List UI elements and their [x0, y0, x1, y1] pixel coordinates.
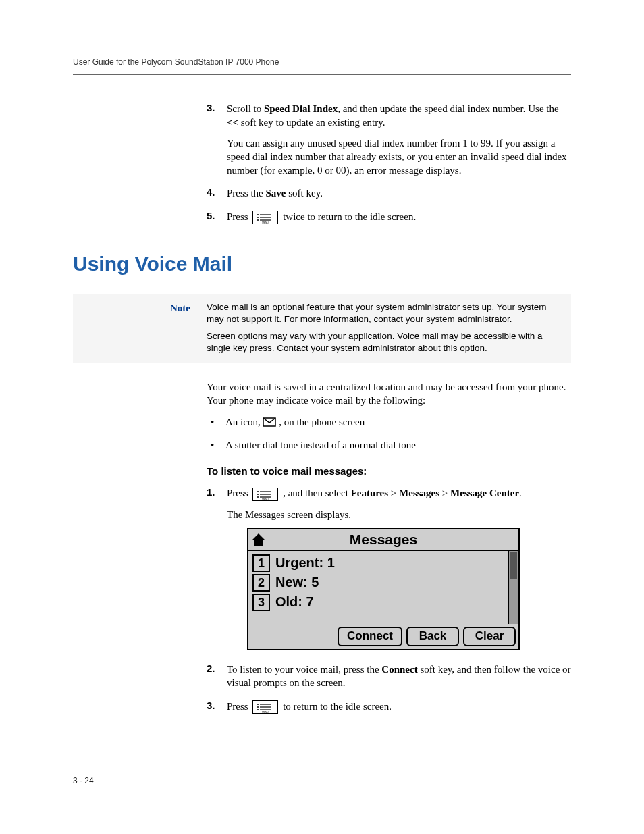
section-heading: Using Voice Mail	[73, 253, 571, 276]
text: soft key to update an existing entry.	[238, 117, 385, 128]
svg-point-3	[257, 214, 259, 215]
text: twice to return to the idle screen.	[283, 211, 416, 222]
step-1: 1. Press MENU ,	[207, 486, 571, 650]
step-3: 3. Scroll to Speed Dial Index, and then …	[207, 102, 571, 177]
svg-point-4	[257, 217, 259, 218]
scrollbar	[508, 551, 518, 624]
text: Press	[227, 488, 250, 498]
phone-list: 1 Urgent: 1 2 New: 5 3 Old: 7	[248, 551, 508, 624]
note-body: Voice mail is an optional feature that y…	[207, 301, 562, 355]
step-body: To listen to your voice mail, press the …	[227, 662, 571, 690]
svg-point-11	[257, 491, 259, 492]
menu-key-icon: MENU	[252, 211, 278, 224]
svg-marker-15	[252, 533, 265, 546]
phone-screenshot: Messages 1 Urgent: 1 2 New: 5	[247, 528, 520, 650]
svg-point-12	[257, 494, 259, 495]
menu-path: Messages	[399, 488, 439, 498]
softkey-clear: Clear	[463, 627, 516, 646]
step-body: Press MENU to return to the idle screen.	[227, 700, 571, 714]
row-index: 3	[252, 594, 270, 611]
text: , and then update the speed dial index n…	[338, 103, 558, 114]
page-number: 3 - 24	[73, 776, 94, 785]
text: to return to the idle screen.	[283, 701, 392, 712]
text: The Messages screen displays.	[227, 508, 571, 521]
note-block: Note Voice mail is an optional feature t…	[73, 294, 571, 363]
menu-key-icon: MENU	[252, 488, 278, 501]
phone-body: 1 Urgent: 1 2 New: 5 3 Old: 7	[248, 551, 518, 624]
text: Press	[227, 701, 250, 712]
step-body: Press MENU , and then select Features > …	[227, 486, 571, 650]
list-item: 1 Urgent: 1	[252, 554, 504, 572]
svg-point-5	[257, 219, 259, 221]
text: soft key.	[286, 188, 323, 199]
text: Press the	[227, 188, 266, 199]
softkey-name: <<	[227, 117, 238, 128]
text: Press	[227, 211, 250, 222]
svg-text:MENU: MENU	[263, 498, 269, 500]
menu-key-icon: MENU	[252, 700, 278, 714]
row-index: 2	[252, 574, 270, 592]
main-content: Your voice mail is saved in a centralize…	[207, 380, 571, 714]
step-3b: 3. Press MENU	[207, 700, 571, 714]
step-body: Scroll to Speed Dial Index, and then upd…	[227, 102, 571, 177]
note-text: Voice mail is an optional feature that y…	[207, 301, 562, 325]
step-number: 3.	[207, 700, 227, 714]
text: , on the phone screen	[279, 417, 365, 427]
paragraph: Your voice mail is saved in a centralize…	[207, 380, 571, 408]
row-label: Old: 7	[275, 593, 314, 611]
text-bold: Speed Dial Index	[264, 103, 338, 114]
step-number: 4.	[207, 186, 227, 200]
phone-titlebar: Messages	[248, 529, 518, 551]
svg-point-20	[257, 706, 259, 708]
text: .	[519, 488, 522, 498]
step-number: 5.	[207, 210, 227, 225]
menu-path: Features	[351, 488, 389, 498]
step-body: Press the Save soft key.	[227, 186, 571, 200]
list-item: 2 New: 5	[252, 573, 504, 592]
bullet-item: An icon, , on the phone screen	[207, 415, 571, 430]
softkey-back: Back	[406, 627, 459, 646]
step-number: 2.	[207, 662, 227, 690]
home-icon	[248, 529, 269, 550]
softkey-row: Connect Back Clear	[248, 624, 518, 649]
running-header: User Guide for the Polycom SoundStation …	[73, 57, 571, 75]
softkey-connect: Connect	[338, 627, 402, 646]
step-5: 5. Press MENU	[207, 210, 571, 225]
svg-point-19	[257, 704, 259, 705]
row-label: New: 5	[275, 573, 319, 592]
svg-point-13	[257, 496, 259, 498]
text: Scroll to	[227, 103, 264, 114]
svg-text:MENU: MENU	[263, 711, 269, 714]
bullet-list: An icon, , on the phone screen A stutter…	[207, 415, 571, 452]
svg-point-21	[257, 709, 259, 710]
step-2: 2. To listen to your voice mail, press t…	[207, 662, 571, 690]
text-bold: Connect	[381, 664, 417, 675]
text: An icon,	[225, 417, 263, 427]
bullet-item: A stutter dial tone instead of a normal …	[207, 438, 571, 452]
note-text: Screen options may vary with your applic…	[207, 330, 562, 355]
row-index: 1	[252, 554, 270, 572]
note-label: Note	[82, 301, 207, 314]
listen-steps-list: 1. Press MENU ,	[207, 486, 571, 714]
sub-heading: To listen to voice mail messages:	[207, 465, 571, 477]
text: You can assign any unused speed dial ind…	[227, 136, 571, 178]
phone-title: Messages	[248, 530, 518, 549]
menu-path: Message Center	[450, 488, 519, 498]
envelope-icon	[263, 417, 276, 430]
page: User Guide for the Polycom SoundStation …	[0, 0, 644, 834]
step-body: Press MENU twice to return to the idle s…	[227, 210, 571, 225]
row-label: Urgent: 1	[275, 554, 335, 572]
prev-steps-list: 3. Scroll to Speed Dial Index, and then …	[207, 102, 571, 224]
step-number: 3.	[207, 102, 227, 177]
text-bold: Save	[266, 188, 286, 199]
prev-steps-block: 3. Scroll to Speed Dial Index, and then …	[207, 102, 571, 224]
text: , and then select	[283, 488, 350, 498]
text: >	[388, 488, 399, 498]
svg-text:MENU: MENU	[263, 221, 269, 224]
text: >	[439, 488, 450, 498]
step-4: 4. Press the Save soft key.	[207, 186, 571, 200]
text: To listen to your voice mail, press the	[227, 664, 381, 675]
step-number: 1.	[207, 486, 227, 650]
list-item: 3 Old: 7	[252, 593, 504, 611]
